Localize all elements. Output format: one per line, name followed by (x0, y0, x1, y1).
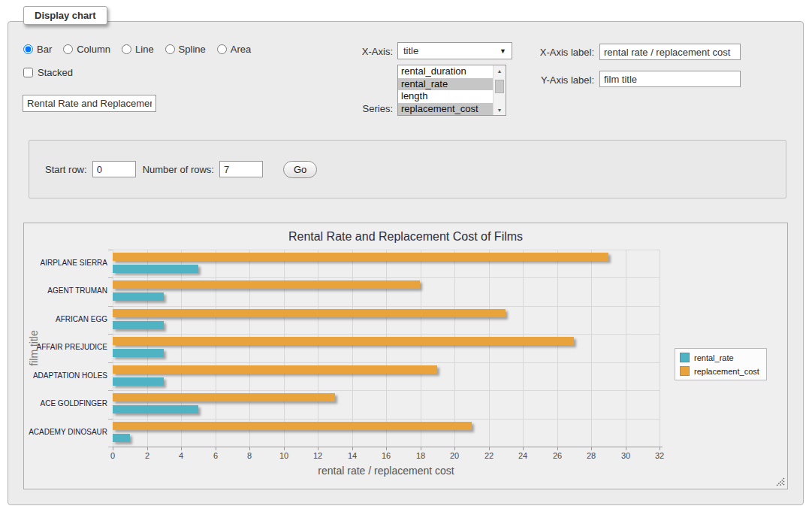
category-label: ADAPTATION HOLES (24, 371, 107, 380)
legend-item-replacement_cost: replacement_cost (680, 366, 759, 376)
series-options: rental_durationrental_ratelengthreplacem… (398, 65, 493, 115)
category-label: AFFAIR PREJUDICE (24, 343, 107, 352)
x-axis-tick (557, 447, 558, 450)
series-scrollbar[interactable]: ▲ ▼ (493, 65, 506, 115)
radio-option-spline[interactable]: Spline (165, 44, 206, 55)
gridline-vertical (147, 250, 148, 447)
scrollbar-thumb[interactable] (495, 80, 504, 93)
bar-rental_rate (113, 405, 198, 414)
radio-label-spline: Spline (179, 44, 206, 55)
go-button[interactable]: Go (283, 161, 317, 178)
radio-option-area[interactable]: Area (217, 44, 251, 55)
series-option-rental_duration[interactable]: rental_duration (398, 65, 493, 78)
y-axis-tick (108, 390, 113, 391)
resize-handle-icon[interactable] (776, 477, 785, 486)
y-axis-tick (108, 306, 113, 307)
bar-rental_rate (113, 434, 130, 442)
series-option-replacement_cost[interactable]: replacement_cost (398, 103, 493, 116)
legend-label-rental_rate: rental_rate (694, 353, 734, 362)
y-axis-tick (108, 250, 113, 250)
gridline-vertical (284, 250, 285, 447)
category-label: AIRPLANE SIERRA (24, 259, 107, 268)
y-axis-label-caption: Y-Axis label: (527, 74, 594, 86)
start-row-label: Start row: (45, 164, 87, 175)
gridline-horizontal (113, 390, 660, 391)
x-axis-tick (181, 447, 182, 450)
y-axis-label-input[interactable] (599, 71, 741, 87)
chart-title-input[interactable] (23, 95, 156, 112)
stacked-label: Stacked (38, 67, 73, 78)
x-axis-tick (352, 447, 353, 450)
x-axis-tick (626, 447, 626, 450)
x-tick-label: 2 (145, 451, 149, 460)
scrollbar-track[interactable] (494, 93, 506, 105)
radio-line[interactable] (122, 44, 131, 54)
radio-label-line: Line (135, 44, 154, 55)
radio-option-bar[interactable]: Bar (23, 44, 52, 55)
x-tick-label: 24 (518, 451, 527, 460)
bar-replacement_cost (113, 337, 574, 345)
bar-replacement_cost (113, 253, 608, 261)
series-multiselect[interactable]: rental_durationrental_ratelengthreplacem… (397, 65, 506, 116)
legend-swatch-rental_rate (680, 353, 690, 362)
radio-bar[interactable] (23, 44, 33, 54)
radio-spline[interactable] (165, 44, 175, 54)
x-axis-title: rental rate / replacement cost (113, 465, 660, 477)
stacked-checkbox[interactable] (23, 68, 33, 77)
category-label: ACADEMY DINOSAUR (24, 428, 107, 437)
category-label: ACE GOLDFINGER (24, 399, 107, 408)
scroll-down-icon[interactable]: ▼ (494, 105, 506, 115)
x-tick-label: 12 (313, 451, 322, 460)
gridline-vertical (557, 250, 558, 447)
gridline-horizontal (113, 334, 660, 335)
legend-item-rental_rate: rental_rate (680, 353, 759, 362)
y-axis-tick (108, 277, 113, 278)
gridline-vertical (181, 250, 182, 447)
x-axis-label-caption: X-Axis label: (527, 47, 594, 58)
category-label: AGENT TRUMAN (24, 286, 107, 295)
series-option-length[interactable]: length (398, 90, 493, 103)
x-tick-label: 32 (655, 451, 664, 460)
chart-container: Rental Rate and Replacement Cost of Film… (23, 223, 788, 489)
radio-column[interactable] (63, 44, 73, 54)
scroll-up-icon[interactable]: ▲ (494, 65, 506, 76)
bar-replacement_cost (113, 309, 506, 317)
plot-area (113, 250, 660, 447)
gridline-vertical (523, 250, 524, 447)
bar-replacement_cost (113, 280, 420, 289)
legend-swatch-replacement_cost (680, 366, 690, 376)
x-axis-select[interactable]: title ▼ (397, 42, 512, 59)
x-axis-tick (113, 447, 113, 450)
radio-label-column: Column (77, 44, 110, 55)
gridline-horizontal (113, 250, 660, 250)
x-tick-label: 20 (450, 451, 459, 460)
gridline-vertical (216, 250, 216, 447)
fieldset-legend: Display chart (23, 6, 107, 25)
radio-option-column[interactable]: Column (63, 44, 110, 55)
gridline-horizontal (113, 419, 660, 420)
num-rows-label: Number of rows: (143, 164, 214, 175)
x-axis-tick (386, 447, 387, 450)
num-rows-input[interactable] (219, 161, 263, 177)
y-axis-tick (108, 334, 113, 335)
gridline-vertical (591, 250, 592, 447)
gridline-vertical (626, 250, 626, 447)
radio-area[interactable] (217, 44, 227, 54)
row-controls-panel: Start row: Number of rows: Go (29, 140, 786, 198)
x-axis-label-input[interactable] (599, 44, 741, 60)
gridline-vertical (352, 250, 353, 447)
x-axis-tick (523, 447, 524, 450)
radio-option-line[interactable]: Line (122, 44, 154, 55)
radio-label-area: Area (231, 44, 251, 55)
gridline-vertical (113, 250, 113, 447)
chevron-down-icon: ▼ (500, 47, 506, 55)
x-tick-label: 8 (247, 451, 252, 460)
stacked-row: Stacked (23, 67, 73, 78)
bar-rental_rate (113, 349, 164, 357)
x-tick-label: 16 (382, 451, 391, 460)
start-row-input[interactable] (92, 161, 136, 177)
bar-replacement_cost (113, 365, 437, 374)
series-option-rental_rate[interactable]: rental_rate (398, 78, 493, 91)
gridline-vertical (421, 250, 421, 447)
x-tick-label: 10 (279, 451, 288, 460)
